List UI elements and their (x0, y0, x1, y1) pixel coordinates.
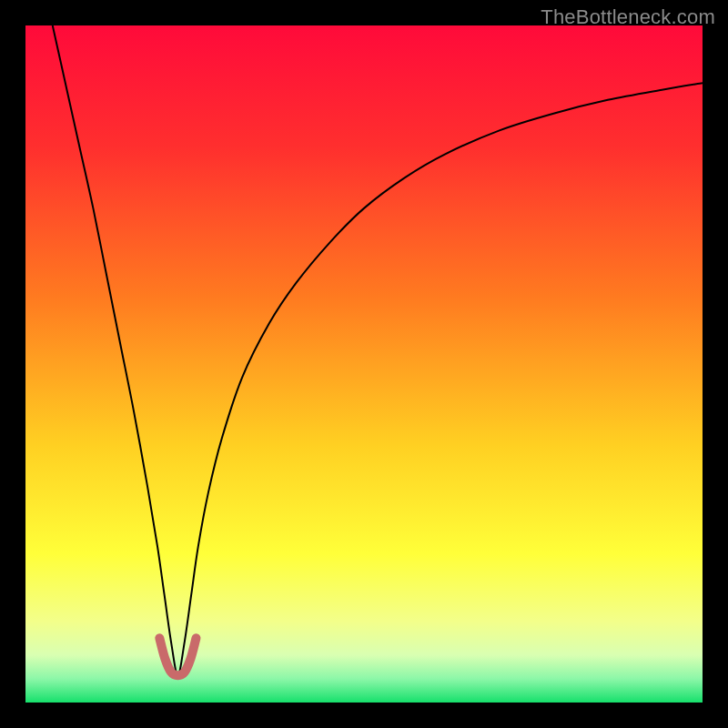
watermark-text: TheBottleneck.com (541, 5, 715, 29)
chart-background (25, 25, 703, 703)
chart-frame (25, 25, 703, 703)
chart-svg (25, 25, 703, 703)
